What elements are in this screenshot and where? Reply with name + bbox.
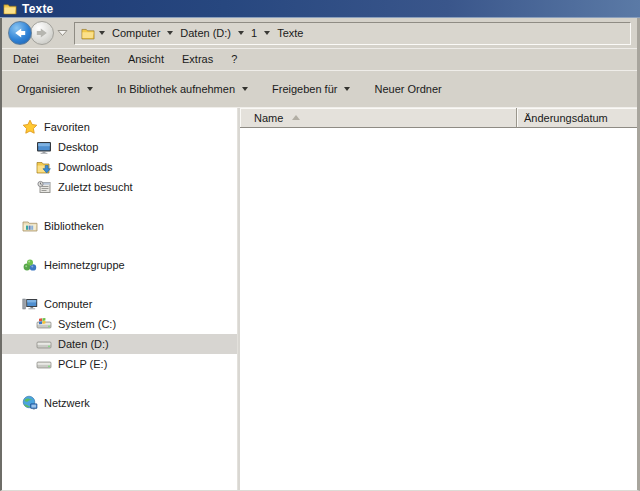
system-drive-icon	[36, 316, 52, 332]
chevron-down-icon	[242, 87, 248, 91]
forward-button[interactable]	[30, 21, 54, 45]
address-folder-icon	[81, 27, 95, 40]
address-field[interactable]: Computer Daten (D:) 1 Texte	[74, 22, 631, 45]
sidebar-item-system-c[interactable]: System (C:)	[2, 314, 237, 334]
sidebar-item-label: Zuletzt besucht	[58, 177, 133, 197]
menu-hilfe[interactable]: ?	[222, 49, 246, 70]
sidebar-item-zuletzt-besucht[interactable]: Zuletzt besucht	[2, 177, 237, 197]
file-list-body	[240, 128, 637, 490]
desktop-icon	[36, 139, 52, 155]
breadcrumb-dropdown-icon[interactable]	[264, 31, 270, 35]
window-frame: Computer Daten (D:) 1 Texte Datei Bearbe…	[0, 18, 640, 491]
sidebar-item-pclp-e[interactable]: PCLP (E:)	[2, 354, 237, 374]
sort-ascending-icon	[292, 115, 300, 120]
sidebar-item-label: Computer	[44, 294, 92, 314]
computer-icon	[22, 296, 38, 312]
explorer-window: Texte	[0, 0, 640, 491]
neuer-ordner-label: Neuer Ordner	[374, 83, 441, 95]
column-header-aenderungsdatum[interactable]: Änderungsdatum	[517, 108, 637, 128]
chevron-down-icon	[344, 87, 350, 91]
libraries-icon	[22, 218, 38, 234]
navigation-pane: Favoriten Desktop	[2, 108, 238, 490]
sidebar-item-label: Heimnetzgruppe	[44, 255, 125, 275]
address-bar: Computer Daten (D:) 1 Texte	[2, 18, 637, 49]
recent-places-icon	[36, 179, 52, 195]
sidebar-item-label: Netzwerk	[44, 393, 90, 413]
organisieren-label: Organisieren	[17, 83, 80, 95]
breadcrumb-texte[interactable]: Texte	[272, 23, 308, 44]
sidebar-item-favoriten[interactable]: Favoriten	[2, 117, 237, 137]
recent-pages-chevron-icon[interactable]	[57, 29, 68, 37]
favorites-group: Favoriten Desktop	[2, 117, 237, 197]
menu-datei[interactable]: Datei	[4, 49, 48, 70]
homegroup-group: Heimnetzgruppe	[2, 255, 237, 275]
sidebar-item-label: Downloads	[58, 157, 112, 177]
column-header-label: Änderungsdatum	[524, 112, 608, 124]
sidebar-item-daten-d[interactable]: Daten (D:)	[2, 334, 237, 354]
organisieren-button[interactable]: Organisieren	[7, 78, 103, 100]
in-bibliothek-aufnehmen-button[interactable]: In Bibliothek aufnehmen	[107, 78, 258, 100]
in-bibliothek-aufnehmen-label: In Bibliothek aufnehmen	[117, 83, 235, 95]
sidebar-item-label: Desktop	[58, 137, 98, 157]
sidebar-item-netzwerk[interactable]: Netzwerk	[2, 393, 237, 413]
network-group: Netzwerk	[2, 393, 237, 413]
sidebar-item-label: Bibliotheken	[44, 216, 104, 236]
freigeben-fuer-label: Freigeben für	[272, 83, 337, 95]
folder-icon	[3, 2, 17, 16]
sidebar-item-downloads[interactable]: Downloads	[2, 157, 237, 177]
column-header-label: Name	[254, 112, 283, 124]
chevron-down-icon	[87, 87, 93, 91]
downloads-folder-icon	[36, 159, 52, 175]
command-toolbar: Organisieren In Bibliothek aufnehmen Fre…	[2, 71, 637, 108]
computer-group: Computer	[2, 294, 237, 374]
sidebar-item-label: Daten (D:)	[58, 334, 109, 354]
neuer-ordner-button[interactable]: Neuer Ordner	[364, 78, 451, 100]
back-arrow-icon	[12, 25, 28, 41]
sidebar-item-label: Favoriten	[44, 117, 90, 137]
breadcrumb-1[interactable]: 1	[246, 23, 262, 44]
sidebar-item-heimnetzgruppe[interactable]: Heimnetzgruppe	[2, 255, 237, 275]
sidebar-item-desktop[interactable]: Desktop	[2, 137, 237, 157]
sidebar-item-label: System (C:)	[58, 314, 116, 334]
menu-ansicht[interactable]: Ansicht	[119, 49, 173, 70]
hard-drive-icon	[36, 356, 52, 372]
breadcrumb-dropdown-icon[interactable]	[167, 31, 173, 35]
menu-bearbeiten[interactable]: Bearbeiten	[48, 49, 119, 70]
homegroup-icon	[22, 257, 38, 273]
title-bar: Texte	[0, 0, 640, 18]
freigeben-fuer-button[interactable]: Freigeben für	[262, 78, 360, 100]
column-headers: Name Änderungsdatum	[240, 108, 637, 128]
breadcrumb-dropdown-icon[interactable]	[238, 31, 244, 35]
breadcrumb-daten-d[interactable]: Daten (D:)	[175, 23, 236, 44]
file-list-pane: Name Änderungsdatum	[238, 108, 637, 490]
menu-extras[interactable]: Extras	[173, 49, 222, 70]
sidebar-item-label: PCLP (E:)	[58, 354, 107, 374]
window-title: Texte	[22, 2, 53, 16]
breadcrumb-dropdown-icon[interactable]	[99, 31, 105, 35]
menu-bar: Datei Bearbeiten Ansicht Extras ?	[2, 49, 637, 71]
column-header-name[interactable]: Name	[240, 108, 517, 128]
sidebar-item-computer[interactable]: Computer	[2, 294, 237, 314]
content-area: Favoriten Desktop	[2, 108, 637, 490]
breadcrumb-computer[interactable]: Computer	[107, 23, 165, 44]
network-icon	[22, 395, 38, 411]
sidebar-item-bibliotheken[interactable]: Bibliotheken	[2, 216, 237, 236]
back-button[interactable]	[8, 21, 32, 45]
star-icon	[22, 119, 38, 135]
hard-drive-icon	[36, 336, 52, 352]
forward-arrow-icon	[34, 25, 50, 41]
libraries-group: Bibliotheken	[2, 216, 237, 236]
